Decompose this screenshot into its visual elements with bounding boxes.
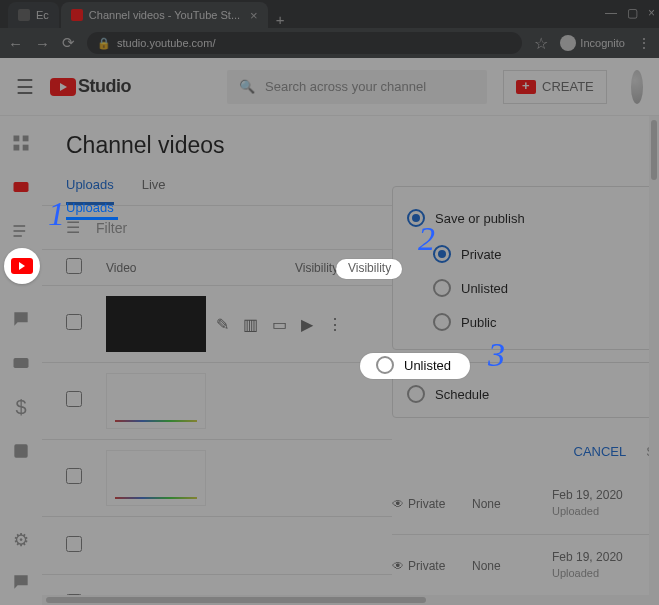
svg-rect-1: [23, 136, 29, 142]
svg-rect-0: [14, 136, 20, 142]
select-all-checkbox[interactable]: [66, 258, 82, 274]
tab-live[interactable]: Live: [142, 167, 166, 205]
save-publish-header[interactable]: Save or publish: [407, 201, 659, 237]
horizontal-scrollbar[interactable]: [42, 595, 649, 605]
visibility-icon: 👁: [392, 497, 404, 511]
radio-icon: [433, 245, 451, 263]
videos-icon[interactable]: [10, 176, 32, 198]
table-row[interactable]: 👁Private None Feb 19, 2020Uploaded: [392, 535, 659, 597]
radio-icon: [376, 356, 394, 374]
create-button[interactable]: CREATE: [503, 70, 607, 104]
create-icon: [516, 80, 536, 94]
app-body: $ ⚙ Channel videos Uploads Live ☰ Filter…: [0, 116, 659, 605]
row-checkbox[interactable]: [66, 391, 82, 407]
video-thumbnail[interactable]: [106, 373, 206, 429]
option-public[interactable]: Public: [407, 305, 659, 339]
cell-visibility[interactable]: 👁Private: [392, 559, 472, 573]
comments-icon[interactable]: ▭: [272, 315, 287, 334]
annotation-number-2: 2: [418, 220, 435, 258]
video-thumbnail[interactable]: [106, 296, 206, 352]
option-unlisted[interactable]: Unlisted: [407, 271, 659, 305]
option-unlisted-highlighted[interactable]: Unlisted: [376, 356, 451, 374]
row-checkbox[interactable]: [66, 314, 82, 330]
main-content: Channel videos Uploads Live ☰ Filter Vid…: [42, 116, 659, 605]
row-hover-actions: ✎ ▥ ▭ ▶ ⋮: [216, 315, 343, 334]
video-thumbnail[interactable]: [106, 450, 206, 506]
analytics-icon[interactable]: ▥: [243, 315, 258, 334]
feedback-icon[interactable]: [10, 571, 32, 593]
subtitles-icon[interactable]: [10, 352, 32, 374]
new-tab-button[interactable]: +: [270, 11, 291, 28]
save-publish-card: Save or publish Private Unlisted Public: [392, 186, 659, 350]
hamburger-icon[interactable]: ☰: [16, 75, 34, 99]
filter-icon: ☰: [66, 218, 80, 237]
highlight-sidenav-videos: [4, 248, 40, 284]
cell-restrictions: None: [472, 559, 552, 573]
vertical-scrollbar[interactable]: [649, 116, 659, 605]
table-row[interactable]: 👁Private None Feb 19, 2020Uploaded: [392, 473, 659, 535]
maximize-icon[interactable]: ▢: [627, 6, 638, 20]
svg-rect-2: [14, 145, 20, 151]
back-icon[interactable]: ←: [8, 35, 23, 52]
col-visibility-highlighted[interactable]: Visibility: [348, 261, 391, 275]
row-checkbox[interactable]: [66, 468, 82, 484]
youtube-favicon-icon: [71, 9, 83, 21]
youtube-studio-logo[interactable]: Studio: [50, 76, 131, 97]
comments-icon[interactable]: [10, 308, 32, 330]
create-label: CREATE: [542, 79, 594, 94]
youtube-icon[interactable]: ▶: [301, 315, 313, 334]
annotation-number-3: 3: [488, 336, 505, 374]
svg-rect-12: [14, 444, 27, 457]
window-controls: — ▢ ×: [605, 6, 655, 20]
close-tab-icon[interactable]: ×: [250, 8, 258, 23]
svg-rect-7: [14, 235, 22, 237]
favicon-icon: [18, 9, 30, 21]
monetization-icon[interactable]: $: [10, 396, 32, 418]
tab-strip: Ec Channel videos - YouTube St... × + — …: [0, 0, 659, 28]
cancel-button[interactable]: CANCEL: [574, 444, 627, 459]
minimize-icon[interactable]: —: [605, 6, 617, 20]
svg-rect-5: [14, 225, 26, 227]
studio-app: ☰ Studio 🔍 Search across your channel CR…: [0, 58, 659, 605]
svg-rect-6: [14, 230, 26, 232]
radio-icon: [407, 385, 425, 403]
forward-icon[interactable]: →: [35, 35, 50, 52]
tab-title: Channel videos - YouTube St...: [89, 9, 240, 21]
incognito-icon: [560, 35, 576, 51]
library-icon[interactable]: [10, 440, 32, 462]
col-video: Video: [106, 261, 295, 275]
close-window-icon[interactable]: ×: [648, 6, 655, 20]
browser-menu-icon[interactable]: ⋮: [637, 35, 651, 51]
tab-underline: [66, 217, 118, 220]
url-text: studio.youtube.com/: [117, 37, 215, 49]
edit-icon[interactable]: ✎: [216, 315, 229, 334]
tab-uploads-highlighted[interactable]: Uploads: [66, 200, 114, 215]
cell-restrictions: None: [472, 497, 552, 511]
reload-icon[interactable]: ⟳: [62, 34, 75, 52]
options-icon[interactable]: ⋮: [327, 315, 343, 334]
cell-date: Feb 19, 2020Uploaded: [552, 487, 652, 519]
settings-icon[interactable]: ⚙: [10, 529, 32, 551]
avatar[interactable]: [631, 70, 643, 104]
browser-tab-1[interactable]: Ec: [8, 2, 59, 28]
app-header: ☰ Studio 🔍 Search across your channel CR…: [0, 58, 659, 116]
option-label: Unlisted: [461, 281, 508, 296]
star-icon[interactable]: ☆: [534, 34, 548, 53]
dashboard-icon[interactable]: [10, 132, 32, 154]
annotation-number-1: 1: [48, 195, 65, 233]
browser-tab-2[interactable]: Channel videos - YouTube St... ×: [61, 2, 268, 28]
url-input[interactable]: 🔒 studio.youtube.com/: [87, 32, 522, 54]
tab-title: Ec: [36, 9, 49, 21]
cell-visibility[interactable]: 👁Private: [392, 497, 472, 511]
svg-rect-3: [23, 145, 29, 151]
option-private[interactable]: Private: [407, 237, 659, 271]
playlists-icon[interactable]: [10, 220, 32, 242]
option-label: Private: [461, 247, 501, 262]
option-label: Public: [461, 315, 496, 330]
lock-icon: 🔒: [97, 37, 111, 50]
svg-rect-11: [14, 358, 29, 368]
option-schedule[interactable]: Schedule: [407, 377, 659, 407]
row-checkbox[interactable]: [66, 536, 82, 552]
search-input[interactable]: 🔍 Search across your channel: [227, 70, 487, 104]
option-label: Unlisted: [404, 358, 451, 373]
